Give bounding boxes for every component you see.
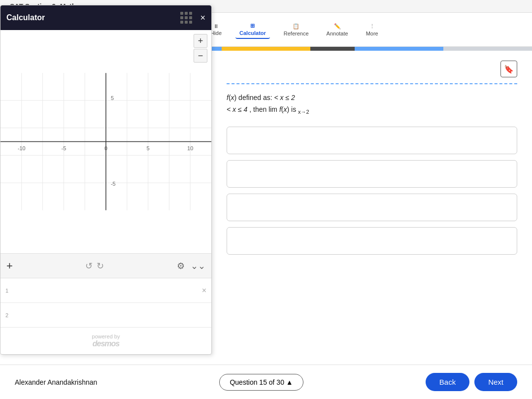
answer-choice-b[interactable] bbox=[227, 160, 517, 188]
calc-drag-handle[interactable] bbox=[180, 12, 192, 24]
graph-svg: 0 -10 -5 5 10 5 -5 bbox=[0, 30, 211, 253]
calc-expressions: 1 × 2 bbox=[0, 278, 211, 328]
progress-seg-6 bbox=[443, 47, 532, 51]
svg-text:0: 0 bbox=[104, 145, 107, 151]
question-text: f(x) defined as: < x ≤ 2 < x ≤ 4 , then … bbox=[227, 92, 517, 117]
toolbar: ⏸ Hide ⊞ Calculator 📋 Reference ✏️ Annot… bbox=[206, 21, 382, 39]
hide-icon: ⏸ bbox=[213, 23, 219, 29]
svg-text:5: 5 bbox=[147, 145, 150, 151]
zoom-controls: + − bbox=[194, 34, 207, 63]
calculator-icon: ⊞ bbox=[250, 23, 255, 29]
expression-input-1[interactable] bbox=[14, 282, 206, 299]
calculator-panel: Calculator × bbox=[0, 5, 212, 355]
svg-text:10: 10 bbox=[187, 145, 193, 151]
calc-settings-button[interactable]: ⚙ bbox=[177, 261, 185, 271]
bookmark-row: 🔖 bbox=[227, 61, 517, 77]
main-content: 🔖 f(x) defined as: < x ≤ 2 < x ≤ 4 , the… bbox=[212, 51, 532, 365]
calc-header: Calculator × bbox=[0, 5, 211, 30]
calc-redo-button[interactable]: ↻ bbox=[97, 261, 104, 271]
question-line-1: f(x) defined as: < x ≤ 2 bbox=[227, 92, 517, 103]
expression-row-1: 1 × bbox=[0, 278, 211, 303]
annotate-button[interactable]: ✏️ Annotate bbox=[323, 21, 352, 38]
zoom-out-button[interactable]: − bbox=[194, 49, 207, 63]
svg-text:-5: -5 bbox=[111, 181, 116, 187]
expression-row-2: 2 bbox=[0, 303, 211, 328]
question-line-2: < x ≤ 4 , then lim f(x) is x→2 bbox=[227, 104, 517, 116]
dashed-separator bbox=[227, 83, 517, 84]
more-icon: ⋮ bbox=[369, 23, 375, 30]
calc-graph: 0 -10 -5 5 10 5 -5 + − bbox=[0, 30, 211, 254]
desmos-logo: desmos bbox=[0, 339, 211, 348]
more-button[interactable]: ⋮ More bbox=[362, 21, 382, 38]
answer-choices bbox=[227, 127, 517, 255]
desmos-credit: powered by desmos bbox=[0, 328, 211, 354]
zoom-in-button[interactable]: + bbox=[194, 34, 207, 48]
bookmark-button[interactable]: 🔖 bbox=[500, 61, 517, 77]
expr-num-1: 1 bbox=[5, 288, 14, 294]
calc-undo-redo: ↺ ↻ bbox=[85, 261, 104, 271]
expr-num-2: 2 bbox=[5, 312, 14, 318]
progress-seg-4 bbox=[310, 47, 355, 51]
svg-text:5: 5 bbox=[111, 95, 114, 101]
annotate-icon: ✏️ bbox=[334, 23, 341, 30]
reference-button[interactable]: 📋 Reference bbox=[280, 21, 313, 38]
calc-undo-button[interactable]: ↺ bbox=[85, 261, 93, 271]
student-name: Alexander Anandakrishnan bbox=[15, 378, 97, 386]
calc-toolbar: + ↺ ↻ ⚙ ⌄⌄ bbox=[0, 254, 211, 278]
calculator-button[interactable]: ⊞ Calculator bbox=[235, 21, 270, 39]
next-button[interactable]: Next bbox=[474, 373, 517, 391]
calc-collapse-button[interactable]: ⌄⌄ bbox=[191, 261, 205, 271]
calc-title: Calculator bbox=[6, 13, 45, 22]
back-button[interactable]: Back bbox=[426, 373, 469, 391]
progress-seg-5 bbox=[355, 47, 443, 51]
svg-text:-5: -5 bbox=[62, 145, 66, 151]
calc-toolbar-right: ⚙ ⌄⌄ bbox=[177, 261, 205, 271]
progress-seg-3 bbox=[222, 47, 310, 51]
expr-delete-1[interactable]: × bbox=[202, 286, 206, 295]
calc-add-button[interactable]: + bbox=[6, 260, 13, 272]
answer-choice-c[interactable] bbox=[227, 194, 517, 221]
answer-choice-a[interactable] bbox=[227, 127, 517, 154]
nav-buttons: Back Next bbox=[426, 373, 517, 391]
question-nav-button[interactable]: Question 15 of 30 ▲ bbox=[219, 374, 303, 391]
reference-icon: 📋 bbox=[293, 23, 299, 30]
calc-close-button[interactable]: × bbox=[200, 13, 205, 23]
svg-text:-10: -10 bbox=[18, 145, 26, 151]
answer-choice-d[interactable] bbox=[227, 227, 517, 255]
expression-input-2[interactable] bbox=[14, 306, 206, 324]
calc-header-right: × bbox=[180, 12, 205, 24]
bookmark-icon: 🔖 bbox=[504, 65, 514, 74]
bottom-bar: Alexander Anandakrishnan Question 15 of … bbox=[0, 365, 532, 399]
